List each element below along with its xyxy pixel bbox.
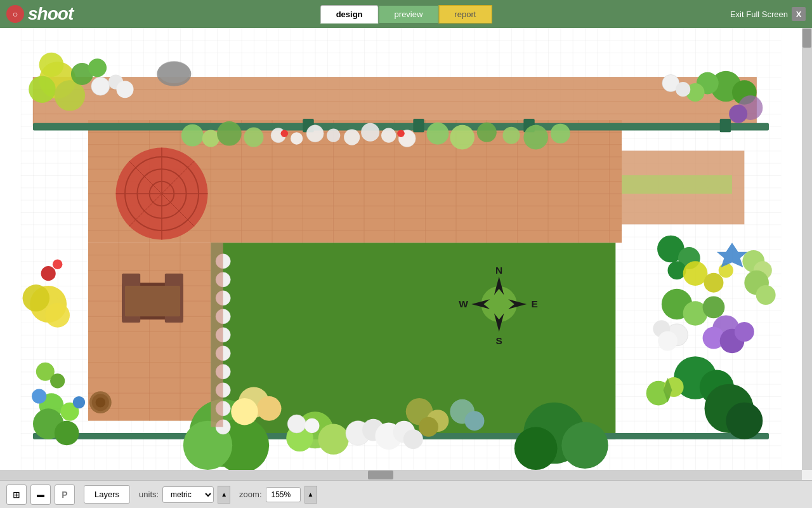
- grid-icon-button[interactable]: ⊞: [6, 485, 27, 505]
- svg-point-116: [50, 373, 65, 388]
- logo-area: shoot: [6, 4, 73, 24]
- svg-point-96: [502, 127, 520, 144]
- units-arrow-button[interactable]: ▲: [218, 486, 230, 504]
- svg-point-91: [397, 130, 405, 137]
- exit-area: Exit Full Screen X: [730, 7, 806, 21]
- exit-fullscreen-label: Exit Full Screen: [730, 10, 788, 19]
- svg-point-95: [477, 123, 497, 142]
- zoom-input[interactable]: [266, 487, 301, 502]
- svg-point-163: [561, 422, 608, 469]
- layers-button[interactable]: Layers: [84, 485, 130, 504]
- svg-rect-51: [413, 119, 424, 132]
- svg-point-164: [514, 427, 558, 470]
- svg-point-90: [281, 130, 289, 137]
- svg-point-185: [304, 418, 319, 433]
- horizontal-scrollbar[interactable]: [0, 470, 802, 480]
- svg-point-184: [287, 415, 306, 433]
- zoom-arrow-button[interactable]: ▲: [304, 486, 317, 504]
- header: shoot design preview report Exit Full Sc…: [0, 0, 812, 28]
- svg-point-102: [39, 53, 64, 77]
- garden-canvas[interactable]: N S W E: [0, 28, 802, 470]
- shoot-logo-icon: [6, 5, 24, 23]
- svg-point-84: [306, 125, 324, 142]
- svg-point-120: [32, 389, 46, 403]
- svg-point-85: [327, 129, 340, 142]
- svg-point-87: [361, 123, 379, 142]
- svg-rect-56: [622, 175, 732, 194]
- svg-point-172: [403, 429, 423, 449]
- svg-point-109: [158, 61, 190, 83]
- svg-rect-68: [125, 286, 180, 316]
- ruler-icon-button[interactable]: ▬: [30, 485, 51, 505]
- svg-point-80: [217, 121, 242, 146]
- exit-fullscreen-button[interactable]: X: [792, 7, 806, 21]
- svg-point-111: [53, 259, 62, 269]
- svg-point-69: [481, 286, 518, 323]
- svg-rect-53: [720, 119, 731, 132]
- tab-report[interactable]: report: [438, 5, 492, 23]
- svg-point-131: [676, 82, 690, 97]
- svg-point-78: [181, 124, 204, 147]
- svg-point-182: [257, 396, 282, 421]
- paragraph-icon-button[interactable]: P: [55, 485, 75, 505]
- svg-point-93: [427, 123, 449, 145]
- svg-point-143: [703, 296, 725, 318]
- zoom-label: zoom:: [239, 490, 261, 499]
- svg-text:N: N: [495, 265, 502, 276]
- vertical-scrollbar-thumb[interactable]: [802, 29, 811, 48]
- logo-text[interactable]: shoot: [28, 4, 73, 24]
- svg-point-79: [202, 130, 219, 147]
- footer-toolbar: ⊞ ▬ P Layers units: metric imperial ▲ zo…: [0, 480, 812, 508]
- tab-preview[interactable]: preview: [379, 5, 439, 23]
- svg-point-138: [704, 273, 724, 293]
- svg-rect-49: [33, 123, 769, 131]
- paragraph-icon: P: [62, 490, 67, 500]
- svg-point-119: [73, 396, 85, 408]
- svg-point-183: [231, 398, 258, 425]
- svg-point-133: [729, 105, 747, 123]
- tabs-container: design preview report: [320, 5, 492, 23]
- canvas-wrapper[interactable]: N S W E: [0, 28, 812, 480]
- svg-rect-196: [211, 243, 223, 427]
- vertical-scrollbar[interactable]: [802, 28, 812, 470]
- svg-point-147: [735, 322, 754, 342]
- svg-text:E: E: [532, 298, 538, 309]
- svg-point-83: [291, 132, 303, 144]
- units-label: units:: [139, 490, 159, 499]
- svg-point-136: [668, 261, 686, 279]
- svg-point-161: [756, 285, 776, 305]
- svg-point-86: [344, 130, 360, 145]
- svg-point-94: [450, 125, 475, 150]
- svg-point-177: [465, 411, 485, 431]
- main-container: N S W E: [0, 28, 812, 508]
- svg-point-139: [719, 263, 733, 277]
- svg-point-107: [88, 58, 107, 77]
- svg-point-137: [683, 261, 708, 286]
- svg-point-81: [244, 128, 264, 147]
- svg-point-88: [381, 128, 396, 143]
- ruler-icon: ▬: [37, 490, 44, 499]
- svg-point-125: [96, 398, 105, 407]
- grid-icon: ⊞: [13, 490, 20, 500]
- units-select[interactable]: metric imperial: [162, 486, 214, 503]
- svg-point-110: [41, 266, 56, 281]
- svg-point-103: [91, 77, 110, 95]
- svg-point-114: [45, 303, 70, 328]
- svg-point-166: [318, 424, 349, 455]
- svg-text:W: W: [459, 298, 468, 309]
- horizontal-scrollbar-thumb[interactable]: [368, 471, 393, 479]
- svg-point-97: [523, 125, 548, 150]
- svg-point-150: [658, 331, 678, 351]
- svg-point-122: [55, 421, 79, 446]
- svg-text:S: S: [496, 335, 502, 346]
- svg-point-100: [29, 76, 56, 103]
- tab-design[interactable]: design: [320, 5, 379, 23]
- svg-point-154: [726, 403, 763, 439]
- svg-point-113: [23, 284, 50, 312]
- svg-point-98: [551, 124, 570, 144]
- svg-point-105: [116, 81, 133, 98]
- svg-point-175: [419, 417, 438, 437]
